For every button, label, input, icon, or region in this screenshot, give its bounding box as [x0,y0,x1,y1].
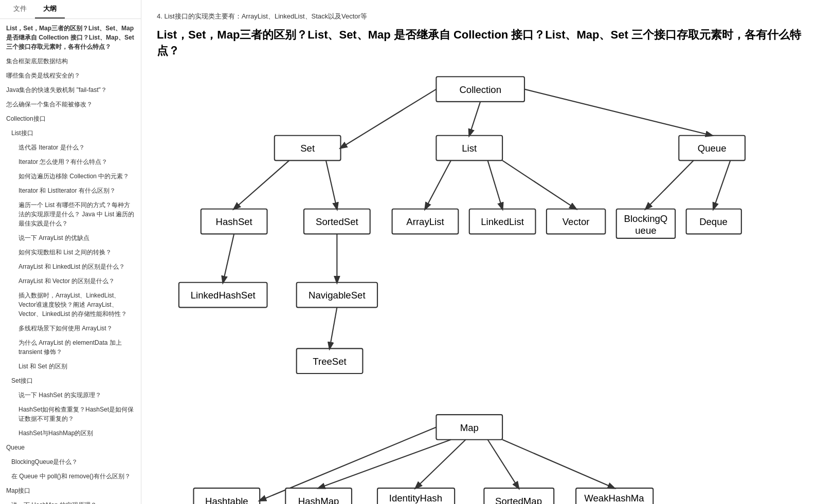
svg-line-4 [341,89,437,148]
collection-diagram: Collection Set List Queue [157,69,819,504]
svg-text:HashMap: HashMap [298,496,339,504]
sidebar-item-21[interactable]: 说一下 HashSet 的实现原理？ [0,388,141,402]
sidebar-item-25[interactable]: BlockingQueue是什么？ [0,455,141,469]
linkedhashset-box: LinkedHashSet [179,283,267,308]
sidebar-item-7[interactable]: 迭代器 Iterator 是什么？ [0,140,141,155]
sidebar-item-19[interactable]: List 和 Set 的区别 [0,359,141,374]
svg-line-29 [646,160,694,209]
sidebar-item-10[interactable]: Iterator 和 ListIterator 有什么区别？ [0,183,141,198]
collection-box: Collection [436,77,524,102]
sidebar-tabs: 文件 大纲 [0,0,141,19]
svg-text:Hashtable: Hashtable [205,496,248,504]
svg-line-49 [319,440,451,488]
linkedlist-box: LinkedList [469,209,536,234]
svg-line-22 [488,160,503,209]
svg-text:BlockingQ: BlockingQ [624,213,668,224]
hashmap-box: HashMap [285,488,352,504]
tab-outline[interactable]: 大纲 [35,0,65,18]
sidebar-item-12[interactable]: 说一下 ArrayList 的优缺点 [0,231,141,245]
intro-text: 4. List接口的实现类主要有：ArrayList、LinkedList、St… [157,10,819,22]
map-box: Map [436,415,502,440]
sidebar-item-17[interactable]: 多线程场景下如何使用 ArrayList？ [0,321,141,335]
sortedset-box: SortedSet [304,209,370,234]
sidebar-item-3[interactable]: Java集合的快速失败机制 "fail-fast"？ [0,83,141,97]
sidebar-item-28[interactable]: 说一下 HashMap 的实现原理？ [0,498,141,504]
svg-line-13 [234,160,289,209]
sidebar-item-11[interactable]: 遍历一个 List 有哪些不同的方式？每种方法的实现原理是什么？ Java 中 … [0,198,141,231]
svg-line-60 [502,440,614,488]
svg-text:NavigableSet: NavigableSet [309,290,366,301]
main-heading: List，Set，Map三者的区别？List、Set、Map 是否继承自 Col… [157,27,819,59]
svg-line-10 [524,89,712,136]
sidebar-item-18[interactable]: 为什么 ArrayList 的 elementData 加上 transient… [0,335,141,359]
sidebar-content: List，Set，Map三者的区别？List、Set、Map是否继承自 Coll… [0,19,141,504]
tab-file[interactable]: 文件 [5,0,35,18]
sidebar-item-23[interactable]: HashSet与HashMap的区别 [0,426,141,440]
vector-box: Vector [547,209,605,234]
svg-line-35 [223,234,234,282]
sidebar-item-20[interactable]: Set接口 [0,374,141,388]
svg-line-32 [714,160,731,209]
sidebar-item-6[interactable]: List接口 [0,126,141,140]
sidebar-item-9[interactable]: 如何边遍历边移除 Collection 中的元素？ [0,169,141,183]
main-content: 4. List接口的实现类主要有：ArrayList、LinkedList、St… [141,0,834,504]
svg-line-25 [502,160,576,209]
sortedmap-box: SortedMap [484,488,554,504]
sidebar-item-5[interactable]: Collection接口 [0,111,141,126]
weakhashmap-box: WeakHashMa p [576,488,653,504]
hashset-box: HashSet [201,209,267,234]
svg-text:LinkedHashSet: LinkedHashSet [191,290,256,301]
svg-line-53 [415,440,465,488]
navigableset-box: NavigableSet [297,283,377,308]
sidebar-item-2[interactable]: 哪些集合类是线程安全的？ [0,68,141,83]
identityhashmap-box: IdentityHash Map [377,488,455,504]
list-box: List [436,136,502,161]
queue-box: Queue [679,136,745,161]
svg-text:WeakHashMa: WeakHashMa [584,493,644,503]
sidebar-item-0[interactable]: List，Set，Map三者的区别？List、Set、Map是否继承自 Coll… [0,21,141,54]
diagram-container: Collection Set List Queue [157,69,819,504]
svg-text:TreeSet: TreeSet [313,356,347,367]
svg-text:SortedSet: SortedSet [316,216,358,227]
sidebar-item-27[interactable]: Map接口 [0,483,141,498]
sidebar-item-14[interactable]: ArrayList 和 LinkedList 的区别是什么？ [0,259,141,274]
svg-line-41 [330,307,337,348]
svg-line-19 [425,160,451,209]
svg-text:Map: Map [460,422,479,433]
treeset-box: TreeSet [297,348,363,374]
svg-text:LinkedList: LinkedList [481,216,524,227]
svg-text:SortedMap: SortedMap [495,496,542,504]
blockingqueue-box: BlockingQ ueue [617,209,675,238]
svg-text:IdentityHash: IdentityHash [389,493,442,503]
svg-line-7 [469,102,480,136]
sidebar-item-26[interactable]: 在 Queue 中 poll()和 remove()有什么区别？ [0,469,141,483]
set-box: Set [275,136,341,161]
svg-text:Deque: Deque [699,216,728,227]
sidebar-item-4[interactable]: 怎么确保一个集合不能被修改？ [0,97,141,111]
sidebar-item-24[interactable]: Queue [0,440,141,455]
svg-text:HashSet: HashSet [216,216,253,227]
svg-text:ArrayList: ArrayList [406,216,444,227]
sidebar-item-16[interactable]: 插入数据时，ArrayList、LinkedList、Vector谁速度较快？阐… [0,288,141,321]
sidebar-item-22[interactable]: HashSet如何检查重复？HashSet是如何保证数据不可重复的？ [0,402,141,426]
svg-text:ueue: ueue [635,225,656,236]
sidebar-item-15[interactable]: ArrayList 和 Vector 的区别是什么？ [0,274,141,288]
sidebar-item-8[interactable]: Iterator 怎么使用？有什么特点？ [0,155,141,169]
sidebar-item-13[interactable]: 如何实现数组和 List 之间的转换？ [0,245,141,259]
svg-line-16 [326,160,337,209]
svg-text:Queue: Queue [698,143,727,154]
svg-text:List: List [462,143,477,154]
arraylist-box: ArrayList [392,209,459,234]
svg-text:Vector: Vector [563,216,590,227]
hashtable-box: Hashtable [194,488,260,504]
svg-text:Collection: Collection [459,84,501,95]
svg-text:Set: Set [300,143,315,154]
sidebar: 文件 大纲 List，Set，Map三者的区别？List、Set、Map是否继承… [0,0,141,504]
svg-line-56 [488,440,519,488]
sidebar-item-1[interactable]: 集合框架底层数据结构 [0,54,141,68]
deque-box: Deque [686,209,741,234]
